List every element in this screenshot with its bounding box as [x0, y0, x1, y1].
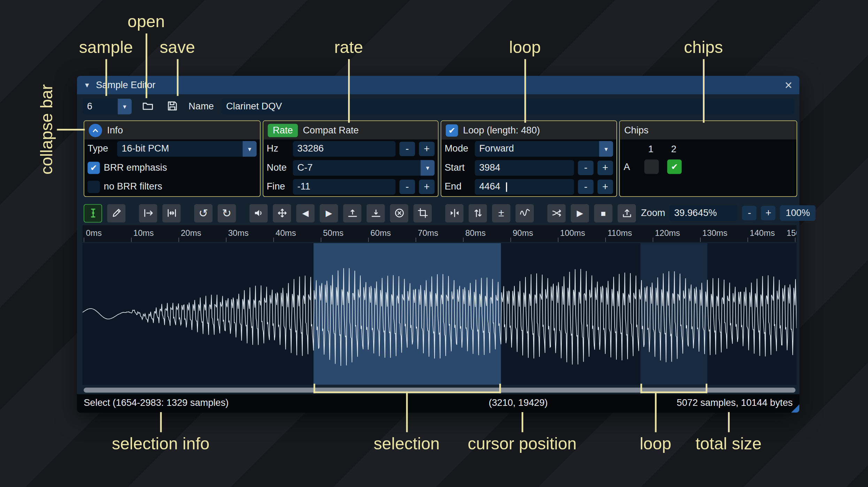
fine-value: -11	[293, 181, 315, 192]
loop-start-increment-button[interactable]: +	[598, 161, 613, 175]
note-label: Note	[267, 162, 289, 173]
loop-panel-header: ✔ Loop (length: 480)	[441, 121, 616, 139]
apply-silence-button[interactable]	[367, 204, 385, 222]
fine-decrement-button[interactable]: -	[399, 179, 415, 194]
fine-input[interactable]: -11	[293, 179, 395, 195]
loop-start-input[interactable]: 3984	[475, 160, 574, 176]
scrollbar-thumb[interactable]	[84, 388, 796, 393]
zoom-out-button[interactable]: -	[742, 206, 757, 221]
sample-number-dropdown-icon[interactable]: ▼	[118, 99, 132, 114]
stop-button[interactable]: ■	[594, 204, 613, 222]
ruler-label: 110ms	[607, 228, 632, 238]
ruler-label: 0ms	[86, 228, 102, 238]
ruler-label: 90ms	[513, 228, 533, 238]
fine-increment-button[interactable]: +	[419, 179, 435, 194]
fade-out-button[interactable]: ▶	[320, 204, 338, 222]
select-tool-button[interactable]	[84, 204, 102, 222]
draw-tool-button[interactable]	[107, 204, 125, 222]
ruler-label: 150ms	[786, 228, 797, 238]
loop-mode-dropdown-icon[interactable]: ▼	[599, 141, 613, 157]
resize-grip[interactable]	[791, 404, 799, 413]
reverse-button[interactable]	[445, 204, 464, 222]
reverse-icon	[449, 208, 460, 219]
speaker-icon	[253, 208, 264, 219]
hz-decrement-button[interactable]: -	[399, 142, 415, 156]
undo-button[interactable]: ↺	[194, 204, 213, 222]
zoom-in-button[interactable]: +	[761, 206, 776, 221]
hz-input[interactable]: 33286	[293, 141, 395, 157]
ruler-tick	[653, 238, 653, 242]
filter-button[interactable]	[515, 204, 534, 222]
sign-button[interactable]: ±	[492, 204, 510, 222]
close-icon[interactable]: ✕	[784, 79, 793, 91]
trim-button[interactable]	[413, 204, 432, 222]
ruler-label: 140ms	[750, 228, 775, 238]
zoom-controls: Zoom 39.9645% - + 100%	[641, 205, 815, 221]
ruler-tick	[178, 238, 179, 242]
stop-icon: ■	[601, 208, 606, 218]
name-value: Clarinet DQV	[222, 101, 286, 112]
resize-button[interactable]	[139, 204, 158, 222]
info-collapse-button[interactable]	[89, 124, 102, 137]
type-dropdown[interactable]: 16-bit PCM ▼	[117, 141, 256, 157]
loop-start-decrement-button[interactable]: -	[578, 161, 594, 175]
time-ruler[interactable]: 0ms 10ms 20ms 30ms 40ms 50ms 60ms 70ms 8…	[83, 225, 797, 242]
normalize-button[interactable]	[273, 204, 291, 222]
zoom-input[interactable]: 39.9645%	[670, 205, 738, 221]
note-dropdown-icon[interactable]: ▼	[421, 160, 435, 176]
hz-increment-button[interactable]: +	[419, 142, 435, 156]
panels-row: Info Type 16-bit PCM ▼ ✔ BRR emphasis	[84, 121, 797, 197]
waveform-view[interactable]	[83, 243, 797, 385]
chip-1-checkbox[interactable]	[644, 160, 659, 174]
fine-label: Fine	[267, 181, 289, 192]
titlebar[interactable]: ▼ Sample Editor ✕	[77, 76, 799, 94]
type-dropdown-icon[interactable]: ▼	[243, 141, 256, 157]
zoom-reset-button[interactable]: 100%	[780, 205, 816, 221]
open-button[interactable]	[139, 98, 156, 115]
waveform-scrollbar[interactable]	[83, 387, 797, 393]
no-brr-filters-checkbox[interactable]	[87, 181, 100, 193]
shuffle-icon	[551, 208, 562, 219]
delete-button[interactable]	[390, 204, 408, 222]
ruler-label: 80ms	[465, 228, 486, 238]
redo-button[interactable]: ↻	[217, 204, 236, 222]
ruler-label: 60ms	[370, 228, 391, 238]
chip-2-checkbox[interactable]: ✔	[667, 160, 682, 174]
insert-silence-button[interactable]	[343, 204, 362, 222]
resample-button[interactable]	[162, 204, 181, 222]
loop-end-decrement-button[interactable]: -	[578, 179, 594, 194]
ruler-tick	[795, 238, 796, 242]
selection-info-text: Select (1654-2983: 1329 samples)	[84, 397, 229, 409]
brr-emphasis-checkbox[interactable]: ✔	[87, 162, 100, 174]
invert-button[interactable]	[469, 204, 487, 222]
annotation-selection: selection	[374, 434, 440, 453]
fine-row: Fine -11 - +	[263, 177, 438, 196]
name-input[interactable]: Clarinet DQV	[222, 99, 794, 114]
folder-open-icon	[142, 100, 154, 114]
loop-end-value: 4464	[475, 181, 505, 192]
crossfade-loop-button[interactable]	[547, 204, 566, 222]
no-brr-filters-label: no BRR filters	[104, 181, 162, 192]
annotation-line	[521, 412, 523, 432]
make-wavetable-button[interactable]	[617, 204, 636, 222]
ibeam-select-icon	[87, 208, 99, 219]
sample-number-combo[interactable]: 6 ▼	[83, 99, 132, 114]
loop-mode-dropdown[interactable]: Forward ▼	[475, 141, 613, 157]
brr-emphasis-row: ✔ BRR emphasis	[84, 159, 260, 177]
amplify-button[interactable]	[249, 204, 268, 222]
loop-enable-checkbox[interactable]: ✔	[446, 124, 458, 136]
fade-in-button[interactable]: ◀	[296, 204, 315, 222]
rate-badge-button[interactable]: Rate	[268, 124, 298, 137]
rate-panel-header: Rate Compat Rate	[263, 121, 438, 139]
note-dropdown[interactable]: C-7 ▼	[293, 160, 435, 176]
ruler-tick	[273, 238, 274, 242]
preview-button[interactable]: ▶	[571, 204, 589, 222]
loop-end-input[interactable]: 4464	[475, 179, 574, 195]
type-value: 16-bit PCM	[117, 143, 174, 154]
save-button[interactable]	[164, 98, 181, 115]
chips-panel: Chips 1 2 A ✔	[619, 121, 797, 197]
window-collapse-icon[interactable]: ▼	[84, 81, 90, 89]
resample-icon	[166, 208, 177, 219]
loop-end-increment-button[interactable]: +	[598, 179, 613, 194]
ruler-label: 130ms	[702, 228, 728, 238]
